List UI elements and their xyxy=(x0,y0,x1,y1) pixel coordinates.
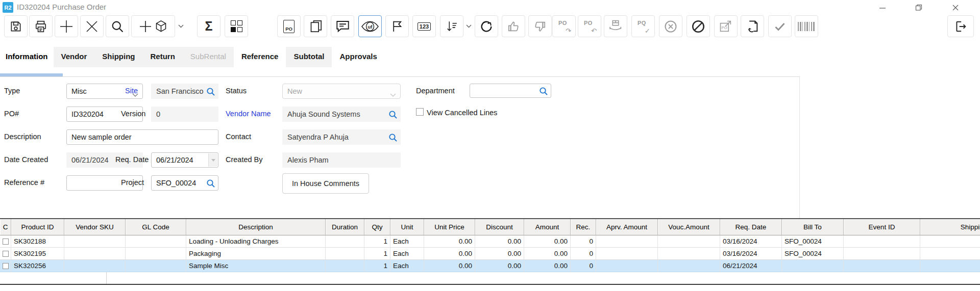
row-checkbox[interactable] xyxy=(3,263,9,269)
col-header-amount[interactable]: Amount xyxy=(524,219,571,235)
cell-event-id[interactable] xyxy=(844,248,920,260)
cell-product-id[interactable]: SK302188 xyxy=(11,235,64,248)
tab-shipping[interactable]: Shipping xyxy=(94,47,142,67)
tab-vendor[interactable]: Vendor xyxy=(54,47,95,67)
table-row-selected[interactable]: SK320256 Sample Misc 1 Each 0.00 0.00 0.… xyxy=(0,260,980,272)
in-house-comments-button[interactable]: In House Comments xyxy=(282,173,369,194)
view-cancelled-checkbox[interactable] xyxy=(416,108,424,116)
cell-duration[interactable] xyxy=(326,235,364,248)
close-button[interactable] xyxy=(946,2,965,13)
project-input[interactable]: SFO_00024 xyxy=(151,175,218,191)
cell-product-id[interactable]: SK320256 xyxy=(11,260,64,272)
site-search-icon[interactable] xyxy=(206,87,215,98)
cell-req-date[interactable]: 06/21/2024 xyxy=(720,260,782,272)
cell-description[interactable]: Sample Misc xyxy=(186,260,326,272)
col-header-description[interactable]: Description xyxy=(186,219,326,235)
exit-button[interactable] xyxy=(947,15,974,37)
col-header-rec[interactable]: Rec. xyxy=(571,219,596,235)
cell-amount[interactable]: 0.00 xyxy=(524,248,571,260)
cell-req-date[interactable]: 03/16/2024 xyxy=(720,248,782,260)
cell-event-id[interactable] xyxy=(844,235,920,248)
row-checkbox[interactable] xyxy=(3,251,9,257)
req-date-spinner[interactable] xyxy=(208,153,217,167)
po-document-button[interactable]: PO xyxy=(277,15,301,37)
cell-aprv-amount[interactable] xyxy=(596,248,658,260)
cell-unit-price[interactable]: 0.00 xyxy=(424,248,475,260)
cell-duration[interactable] xyxy=(326,260,364,272)
vendor-name-label[interactable]: Vendor Name xyxy=(226,110,271,118)
cell-unit-price[interactable]: 0.00 xyxy=(424,235,475,248)
sum-button[interactable]: Σ xyxy=(197,15,220,37)
row-checkbox-cell[interactable] xyxy=(0,260,11,272)
description-input[interactable]: New sample order xyxy=(66,129,218,145)
cancel-button[interactable] xyxy=(659,15,682,37)
numbering-button[interactable]: 123 xyxy=(412,15,436,37)
copy-button[interactable] xyxy=(304,15,327,37)
cell-event-id[interactable] xyxy=(844,260,920,272)
delete-button[interactable] xyxy=(80,15,104,37)
cell-vendor-sku[interactable] xyxy=(64,235,126,248)
cell-amount[interactable]: 0.00 xyxy=(524,260,571,272)
flag-button[interactable] xyxy=(385,15,409,37)
cell-shipping-location[interactable] xyxy=(920,260,980,272)
tab-subtotal[interactable]: Subtotal xyxy=(286,47,332,67)
minimize-button[interactable] xyxy=(873,2,892,13)
find-button[interactable] xyxy=(106,15,129,37)
cell-gl-code[interactable] xyxy=(126,260,186,272)
col-header-unit[interactable]: Unit xyxy=(390,219,424,235)
cell-req-date[interactable]: 03/16/2024 xyxy=(720,235,782,248)
cell-unit[interactable]: Each xyxy=(390,248,424,260)
cell-rec[interactable]: 0 xyxy=(571,260,596,272)
col-header-duration[interactable]: Duration xyxy=(326,219,364,235)
tab-return[interactable]: Return xyxy=(143,47,183,67)
print-button[interactable] xyxy=(29,15,53,37)
row-checkbox-cell[interactable] xyxy=(0,235,11,248)
cell-rec[interactable]: 0 xyxy=(571,235,596,248)
comments-button[interactable] xyxy=(331,15,354,37)
table-row[interactable]: SK302188 Loading - Unloading Charges 1 E… xyxy=(0,235,980,248)
restore-button[interactable] xyxy=(910,2,928,13)
receive-button[interactable] xyxy=(604,15,627,37)
req-date-input[interactable]: 06/21/2024 xyxy=(151,152,218,168)
cell-unit[interactable]: Each xyxy=(390,235,424,248)
tab-reference[interactable]: Reference xyxy=(234,47,286,67)
col-header-shipping-location[interactable]: Shipping Lo xyxy=(920,219,980,235)
cell-vendor-sku[interactable] xyxy=(64,248,126,260)
uf-view-toggle-button[interactable]: uf xyxy=(358,15,382,37)
project-search-icon[interactable] xyxy=(206,179,215,190)
sort-dropdown[interactable] xyxy=(464,15,473,37)
refresh-button[interactable] xyxy=(475,15,498,37)
row-checkbox-cell[interactable] xyxy=(0,248,11,260)
cell-duration[interactable] xyxy=(326,248,364,260)
row-checkbox[interactable] xyxy=(3,239,9,245)
cell-bill-to[interactable] xyxy=(782,260,844,272)
cell-discount[interactable]: 0.00 xyxy=(475,260,524,272)
col-header-unit-price[interactable]: Unit Price xyxy=(424,219,475,235)
po-export-button[interactable]: PO xyxy=(714,15,738,37)
department-input[interactable] xyxy=(470,84,551,98)
cell-description[interactable]: Packaging xyxy=(186,248,326,260)
cell-qty[interactable]: 1 xyxy=(364,260,390,272)
cell-gl-code[interactable] xyxy=(126,248,186,260)
cell-shipping-location[interactable] xyxy=(920,248,980,260)
cell-vouc-amount[interactable] xyxy=(658,248,720,260)
cell-vouc-amount[interactable] xyxy=(658,260,720,272)
tab-information[interactable]: Information xyxy=(0,47,54,67)
reject-button[interactable] xyxy=(528,15,552,37)
cell-aprv-amount[interactable] xyxy=(596,235,658,248)
add-product-dropdown[interactable] xyxy=(177,15,185,37)
col-header-event-id[interactable]: Event ID xyxy=(844,219,920,235)
col-header-discount[interactable]: Discount xyxy=(475,219,524,235)
void-button[interactable] xyxy=(687,15,710,37)
status-select[interactable]: New xyxy=(282,84,401,99)
cell-product-id[interactable]: SK302195 xyxy=(11,248,64,260)
cell-qty[interactable]: 1 xyxy=(364,235,390,248)
col-header-product-id[interactable]: Product ID xyxy=(11,219,64,235)
col-header-check[interactable]: C xyxy=(0,219,11,235)
save-button[interactable] xyxy=(4,15,28,37)
col-header-gl-code[interactable]: GL Code xyxy=(126,219,186,235)
tab-approvals[interactable]: Approvals xyxy=(332,47,384,67)
col-header-vouc-amount[interactable]: Vouc.Amount xyxy=(658,219,720,235)
contact-search-icon[interactable] xyxy=(388,133,398,144)
add-product-button[interactable] xyxy=(131,15,175,37)
